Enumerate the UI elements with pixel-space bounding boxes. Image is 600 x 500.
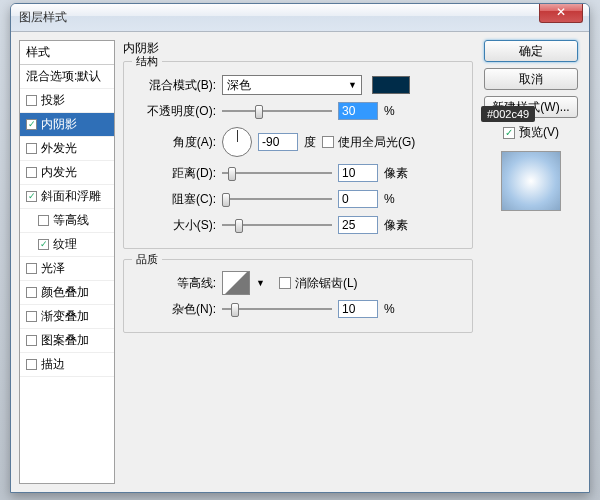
dialog-body: 样式 混合选项:默认 投影✓内阴影外发光内发光✓斜面和浮雕等高线✓纹理光泽颜色叠… <box>19 40 581 484</box>
checkbox-icon[interactable] <box>26 311 37 322</box>
style-item-label: 光泽 <box>41 260 65 277</box>
opacity-row: 不透明度(O): 30 % <box>138 98 462 124</box>
checkbox-icon[interactable]: ✓ <box>26 191 37 202</box>
quality-label: 品质 <box>132 252 162 267</box>
angle-dial[interactable] <box>222 127 252 157</box>
checkbox-icon[interactable] <box>26 359 37 370</box>
structure-label: 结构 <box>132 54 162 69</box>
style-item-1[interactable]: ✓内阴影 <box>20 113 114 137</box>
distance-slider[interactable] <box>222 165 332 181</box>
style-item-label: 颜色叠加 <box>41 284 89 301</box>
choke-row: 阻塞(C): 0 % <box>138 186 462 212</box>
checkbox-icon[interactable] <box>26 263 37 274</box>
checkbox-icon[interactable] <box>26 287 37 298</box>
checkbox-icon[interactable]: ✓ <box>26 119 37 130</box>
style-item-2[interactable]: 外发光 <box>20 137 114 161</box>
cancel-button[interactable]: 取消 <box>484 68 578 90</box>
checkbox-icon: ✓ <box>503 127 515 139</box>
style-item-label: 内发光 <box>41 164 77 181</box>
choke-unit: % <box>384 192 395 206</box>
chevron-down-icon: ▼ <box>348 80 357 90</box>
angle-label: 角度(A): <box>138 134 216 151</box>
style-item-6[interactable]: ✓纹理 <box>20 233 114 257</box>
style-item-0[interactable]: 投影 <box>20 89 114 113</box>
antialias-checkbox[interactable]: 消除锯齿(L) <box>279 275 358 292</box>
title-bar[interactable]: 图层样式 ✕ <box>11 4 589 32</box>
angle-input[interactable]: -90 <box>258 133 298 151</box>
chevron-down-icon[interactable]: ▼ <box>256 278 265 288</box>
choke-input[interactable]: 0 <box>338 190 378 208</box>
antialias-label: 消除锯齿(L) <box>295 275 358 292</box>
noise-label: 杂色(N): <box>138 301 216 318</box>
opacity-input[interactable]: 30 <box>338 102 378 120</box>
checkbox-icon[interactable] <box>26 167 37 178</box>
opacity-slider[interactable] <box>222 103 332 119</box>
style-item-label: 等高线 <box>53 212 89 229</box>
noise-input[interactable]: 10 <box>338 300 378 318</box>
close-button[interactable]: ✕ <box>539 4 583 23</box>
style-item-label: 纹理 <box>53 236 77 253</box>
style-item-label: 图案叠加 <box>41 332 89 349</box>
window-title: 图层样式 <box>19 9 67 26</box>
contour-row: 等高线: ▼ 消除锯齿(L) <box>138 270 462 296</box>
style-item-label: 斜面和浮雕 <box>41 188 101 205</box>
distance-row: 距离(D): 10 像素 <box>138 160 462 186</box>
main-panel: 内阴影 结构 混合模式(B): 深色 ▼ 不透明度(O): 30 % <box>123 40 473 484</box>
angle-row: 角度(A): -90 度 使用全局光(G) <box>138 124 462 160</box>
contour-label: 等高线: <box>138 275 216 292</box>
blend-mode-select[interactable]: 深色 ▼ <box>222 75 362 95</box>
checkbox-icon <box>322 136 334 148</box>
style-item-10[interactable]: 图案叠加 <box>20 329 114 353</box>
size-unit: 像素 <box>384 217 408 234</box>
style-item-7[interactable]: 光泽 <box>20 257 114 281</box>
style-item-5[interactable]: 等高线 <box>20 209 114 233</box>
style-list: 样式 混合选项:默认 投影✓内阴影外发光内发光✓斜面和浮雕等高线✓纹理光泽颜色叠… <box>19 40 115 484</box>
checkbox-icon[interactable] <box>26 335 37 346</box>
blend-mode-value: 深色 <box>227 77 251 94</box>
distance-input[interactable]: 10 <box>338 164 378 182</box>
angle-unit: 度 <box>304 134 316 151</box>
choke-label: 阻塞(C): <box>138 191 216 208</box>
noise-row: 杂色(N): 10 % <box>138 296 462 322</box>
structure-group: 结构 混合模式(B): 深色 ▼ 不透明度(O): 30 % 角度( <box>123 61 473 249</box>
checkbox-icon[interactable]: ✓ <box>38 239 49 250</box>
preview-checkbox[interactable]: ✓ 预览(V) <box>503 124 559 141</box>
panel-title: 内阴影 <box>123 40 473 57</box>
style-item-label: 外发光 <box>41 140 77 157</box>
preview-thumbnail <box>501 151 561 211</box>
layer-style-dialog: 图层样式 ✕ 样式 混合选项:默认 投影✓内阴影外发光内发光✓斜面和浮雕等高线✓… <box>10 3 590 493</box>
size-input[interactable]: 25 <box>338 216 378 234</box>
checkbox-icon[interactable] <box>26 143 37 154</box>
blend-mode-label: 混合模式(B): <box>138 77 216 94</box>
global-light-label: 使用全局光(G) <box>338 134 415 151</box>
ok-button[interactable]: 确定 <box>484 40 578 62</box>
style-item-3[interactable]: 内发光 <box>20 161 114 185</box>
blend-options-item[interactable]: 混合选项:默认 <box>20 65 114 89</box>
color-swatch[interactable] <box>372 76 410 94</box>
checkbox-icon <box>279 277 291 289</box>
checkbox-icon[interactable] <box>38 215 49 226</box>
style-item-8[interactable]: 颜色叠加 <box>20 281 114 305</box>
style-item-label: 渐变叠加 <box>41 308 89 325</box>
color-tooltip: #002c49 <box>481 106 535 122</box>
style-list-header[interactable]: 样式 <box>20 41 114 65</box>
style-item-9[interactable]: 渐变叠加 <box>20 305 114 329</box>
style-item-4[interactable]: ✓斜面和浮雕 <box>20 185 114 209</box>
global-light-checkbox[interactable]: 使用全局光(G) <box>322 134 415 151</box>
checkbox-icon[interactable] <box>26 95 37 106</box>
style-item-label: 内阴影 <box>41 116 77 133</box>
quality-group: 品质 等高线: ▼ 消除锯齿(L) 杂色(N): 10 % <box>123 259 473 333</box>
size-slider[interactable] <box>222 217 332 233</box>
blend-mode-row: 混合模式(B): 深色 ▼ <box>138 72 462 98</box>
distance-unit: 像素 <box>384 165 408 182</box>
preview-label: 预览(V) <box>519 124 559 141</box>
style-item-label: 描边 <box>41 356 65 373</box>
noise-slider[interactable] <box>222 301 332 317</box>
distance-label: 距离(D): <box>138 165 216 182</box>
style-item-11[interactable]: 描边 <box>20 353 114 377</box>
opacity-label: 不透明度(O): <box>138 103 216 120</box>
choke-slider[interactable] <box>222 191 332 207</box>
style-item-label: 投影 <box>41 92 65 109</box>
noise-unit: % <box>384 302 395 316</box>
contour-picker[interactable] <box>222 271 250 295</box>
